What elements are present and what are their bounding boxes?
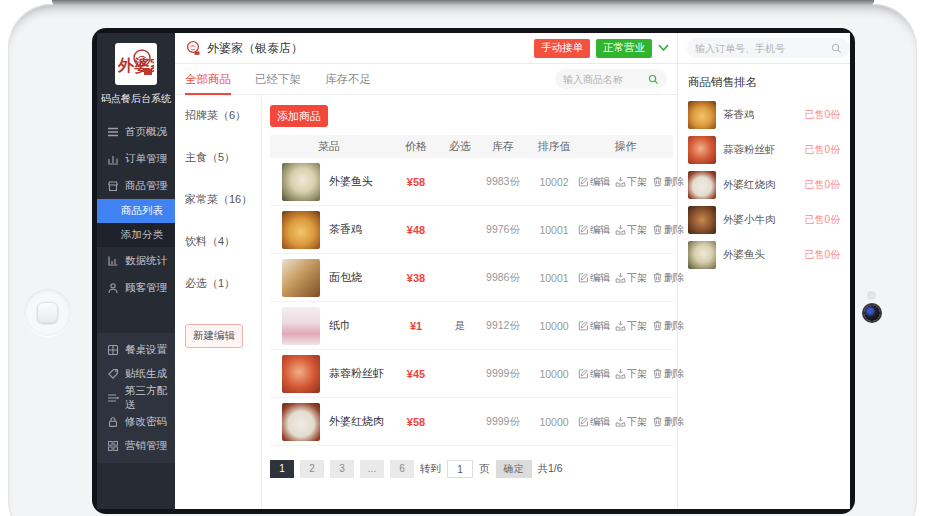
dish-name: 面包烧: [329, 270, 362, 285]
page-button[interactable]: 3: [330, 460, 354, 478]
search-icon[interactable]: [831, 43, 842, 54]
category-item[interactable]: 家常菜（16）: [185, 192, 261, 207]
take-down-icon: [615, 320, 626, 331]
sidebar-item-customers[interactable]: 顾客管理: [97, 274, 175, 301]
new-category-button[interactable]: 新建编辑: [185, 324, 243, 348]
status-dropdown-chevron-icon[interactable]: [658, 44, 669, 52]
delete-icon: [652, 176, 663, 187]
tab-off-shelf[interactable]: 已经下架: [255, 64, 301, 95]
search-icon[interactable]: [648, 74, 659, 85]
category-item[interactable]: 主食（5）: [185, 150, 261, 165]
goto-confirm-button[interactable]: 确定: [496, 460, 532, 478]
edit-label: 编辑: [590, 223, 610, 237]
take-down-button[interactable]: 下架: [615, 367, 647, 381]
category-item[interactable]: 招牌菜（6）: [185, 108, 261, 123]
chevron-right-icon: [163, 285, 167, 291]
sidebar-item-marketing[interactable]: 营销管理: [97, 434, 175, 458]
sidebar-item-change-password[interactable]: 修改密码: [97, 410, 175, 434]
system-title: 码点餐后台系统: [97, 92, 175, 106]
sidebar-item-sticker-generate[interactable]: 贴纸生成: [97, 362, 175, 386]
take-down-button[interactable]: 下架: [615, 319, 647, 333]
sidebar-item-label: 贴纸生成: [125, 367, 167, 381]
tablet-home-button: [24, 289, 71, 336]
dish-sort: 10002: [530, 176, 578, 188]
page-button[interactable]: 6: [390, 460, 414, 478]
manual-order-button[interactable]: 手动接单: [534, 39, 590, 58]
dish-stock: 9999份: [476, 415, 530, 429]
order-search-bar: [678, 33, 850, 64]
store-name: 外婆家（银泰店）: [207, 40, 303, 57]
order-search[interactable]: [687, 38, 850, 58]
ranking-dish-name: 外婆小牛肉: [723, 213, 797, 227]
chevron-right-icon: [163, 156, 167, 162]
order-search-input[interactable]: [695, 43, 827, 54]
ranking-sold-count: 已售0份: [804, 178, 840, 192]
app-window: 外婆家 码点餐后台系统 首页概况 订单管理: [97, 33, 850, 509]
take-down-button[interactable]: 下架: [615, 271, 647, 285]
home-button-square: [37, 302, 58, 323]
page-button[interactable]: 1: [270, 460, 294, 478]
col-required: 必选: [444, 139, 476, 154]
add-product-button[interactable]: 添加商品: [270, 105, 328, 127]
dish-name: 蒜蓉粉丝虾: [329, 366, 384, 381]
edit-button[interactable]: 编辑: [578, 367, 610, 381]
edit-button[interactable]: 编辑: [578, 223, 610, 237]
edit-button[interactable]: 编辑: [578, 271, 610, 285]
ranking-list: 商品销售排名 茶香鸡 已售0份 蒜蓉粉丝虾 已售0份: [678, 64, 850, 276]
edit-label: 编辑: [590, 367, 610, 381]
ranking-dish-name: 外婆红烧肉: [723, 178, 797, 192]
dish-price: ¥1: [388, 320, 444, 332]
main-left: 外婆家（银泰店） 手动接单 正常营业 全部商品 已经下架 库存不足: [175, 33, 677, 509]
ranking-dish-name: 外婆鱼头: [723, 248, 797, 262]
sidebar-item-label: 商品管理: [125, 179, 167, 193]
content-columns: 招牌菜（6） 主食（5） 家常菜（16） 饮料（4） 必选（1） 新建编辑 添加…: [175, 95, 677, 509]
take-down-button[interactable]: 下架: [615, 223, 647, 237]
dish-stock: 9983份: [476, 175, 530, 189]
goto-page-input[interactable]: [447, 460, 473, 478]
delivery-icon: [107, 392, 119, 404]
take-down-button[interactable]: 下架: [615, 175, 647, 189]
edit-label: 编辑: [590, 319, 610, 333]
category-item[interactable]: 饮料（4）: [185, 234, 261, 249]
ranking-item: 茶香鸡 已售0份: [688, 101, 840, 129]
edit-label: 编辑: [590, 271, 610, 285]
dish-photo: [282, 259, 320, 297]
delete-icon: [652, 224, 663, 235]
sidebar-item-label: 餐桌设置: [125, 343, 167, 357]
product-search-input[interactable]: [563, 74, 644, 85]
dish-photo: [282, 403, 320, 441]
edit-label: 编辑: [590, 415, 610, 429]
tab-low-stock[interactable]: 库存不足: [325, 64, 371, 95]
dish-stock: 9912份: [476, 319, 530, 333]
dish-price: ¥58: [388, 416, 444, 428]
take-down-icon: [615, 176, 626, 187]
dish-stock: 9976份: [476, 223, 530, 237]
edit-label: 编辑: [590, 175, 610, 189]
edit-button[interactable]: 编辑: [578, 319, 610, 333]
edit-icon: [578, 320, 589, 331]
business-status-button[interactable]: 正常营业: [596, 39, 652, 58]
take-down-button[interactable]: 下架: [615, 415, 647, 429]
sidebar-subitem-product-list[interactable]: 商品列表: [97, 199, 175, 223]
sidebar-item-statistics[interactable]: 数据统计: [97, 247, 175, 274]
header-actions: 手动接单 正常营业: [534, 39, 669, 58]
table-header: 菜品 价格 必选 库存 排序值 操作: [270, 135, 673, 158]
sidebar-item-products[interactable]: 商品管理: [97, 172, 175, 199]
edit-button[interactable]: 编辑: [578, 175, 610, 189]
sidebar-subitem-add-category[interactable]: 添加分类: [97, 223, 175, 247]
sidebar-item-table-settings[interactable]: 餐桌设置: [97, 338, 175, 362]
col-sort: 排序值: [530, 139, 578, 154]
page-button[interactable]: 2: [300, 460, 324, 478]
sidebar-item-orders[interactable]: 订单管理: [97, 145, 175, 172]
ranking-dish-name: 蒜蓉粉丝虾: [723, 143, 797, 157]
dish-price: ¥38: [388, 272, 444, 284]
edit-button[interactable]: 编辑: [578, 415, 610, 429]
sidebar-item-home[interactable]: 首页概况: [97, 118, 175, 145]
category-item[interactable]: 必选（1）: [185, 276, 261, 291]
product-search[interactable]: [555, 69, 667, 89]
tab-all-products[interactable]: 全部商品: [185, 64, 231, 95]
dish-name: 纸巾: [329, 318, 351, 333]
col-stock: 库存: [476, 139, 530, 154]
sidebar-item-third-party-delivery[interactable]: 第三方配送: [97, 386, 175, 410]
sidebar-item-label: 顾客管理: [125, 281, 167, 295]
